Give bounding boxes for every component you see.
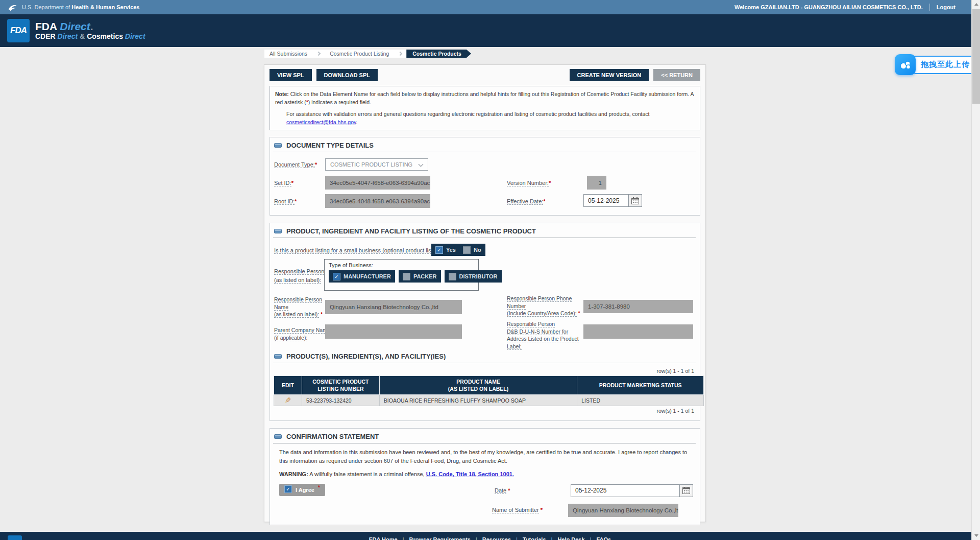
section-title: CONFIRMATION STATEMENT (286, 433, 379, 440)
checkbox-checked-icon: ✓ (284, 485, 292, 493)
breadcrumb-separator (312, 50, 325, 58)
checkbox-unchecked-icon (403, 273, 410, 280)
hhs-eagle-icon (7, 3, 17, 12)
root-id-label[interactable]: Root ID:* (274, 197, 297, 206)
breadcrumb-separator (394, 50, 406, 58)
scroll-down-arrow[interactable] (972, 531, 980, 540)
footer-separator: | (511, 536, 523, 540)
column-header-product-name: PRODUCT NAME(AS LISTED ON LABEL) (379, 376, 577, 395)
main-panel: VIEW SPL DOWNLOAD SPL CREATE NEW VERSION… (264, 64, 706, 522)
collapse-icon[interactable] (274, 434, 282, 439)
divider (273, 152, 696, 152)
collapse-icon[interactable] (274, 354, 282, 359)
logout-link[interactable]: Logout (937, 4, 955, 10)
table-row: ✎ 53-223793-132420 BIOAOUA RICE REFRESHI… (274, 395, 704, 406)
divider (273, 238, 696, 238)
section-document-type-details: DOCUMENT TYPE DETAILS Document Type:* CO… (270, 137, 700, 216)
parent-company-field (325, 324, 462, 339)
chevron-right-icon (398, 52, 402, 56)
footer-link-resources[interactable]: Resources (482, 536, 511, 540)
small-business-yes-button[interactable]: ✓Yes (431, 244, 460, 256)
vertical-scrollbar[interactable] (971, 0, 980, 540)
business-type-distributor[interactable]: DISTRIBUTOR (445, 270, 502, 283)
note-box: Note: Click on the Data Element Name for… (270, 86, 700, 130)
us-code-link[interactable]: U.S. Code, Title 18, Section 1001. (426, 471, 514, 477)
section-title: PRODUCT(S), INGREDIENT(S), AND FACILITY(… (286, 353, 446, 360)
marketing-status-cell: LISTED (577, 395, 704, 406)
footer-separator: | (471, 536, 482, 540)
effective-date-label[interactable]: Effective Date:* (507, 197, 546, 206)
calendar-icon[interactable] (679, 484, 693, 497)
note-text: Note: Click on the Data Element Name for… (275, 90, 695, 107)
footer-link-fda-home[interactable]: FDA Home (369, 536, 398, 540)
checkbox-unchecked-icon (463, 246, 471, 254)
effective-date-input[interactable]: 05-12-2025 (583, 194, 629, 207)
breadcrumb: All Submissions Cosmetic Product Listing… (264, 50, 471, 58)
document-type-dropdown[interactable]: COSMETIC PRODUCT LISTING (325, 158, 428, 171)
app-header: FDA FDA Direct. CDER Direct & Cosmetics … (0, 14, 980, 47)
responsible-person-name-label[interactable]: Responsible Person Name (as listed on la… (274, 296, 323, 318)
collapse-icon[interactable] (274, 143, 282, 148)
breadcrumb-cosmetic-products-active: Cosmetic Products (406, 50, 471, 58)
footer-link-faqs[interactable]: FAQs (596, 536, 611, 540)
checkbox-checked-icon: ✓ (435, 246, 443, 254)
contact-email-link[interactable]: cosmeticsdirect@fda.hhs.gov (286, 119, 356, 125)
type-of-business-label: Type of Business: (329, 262, 474, 268)
responsible-person-phone-label[interactable]: Responsible Person Phone Number (Include… (507, 295, 580, 317)
footer: FDA FDA Home| Browser Requirements| Reso… (0, 532, 980, 540)
column-header-listing-number: COSMETIC PRODUCTLISTING NUMBER (302, 376, 379, 395)
business-type-manufacturer[interactable]: ✓MANUFACTURER (329, 270, 395, 283)
edit-cell: ✎ (274, 395, 302, 406)
chevron-down-icon (419, 162, 424, 167)
small-business-question-label[interactable]: Is this a product listing for a small bu… (274, 246, 447, 255)
create-new-version-button[interactable]: CREATE NEW VERSION (570, 69, 649, 81)
set-id-label[interactable]: Set ID:* (274, 179, 293, 187)
responsible-person-name-field: Qingyuan Hanxiang Biotechnology Co.,ltd (325, 300, 462, 314)
note-assistance: For assistance with validation errors an… (275, 110, 695, 127)
column-header-edit: EDIT (274, 376, 302, 395)
toolbar: VIEW SPL DOWNLOAD SPL CREATE NEW VERSION… (270, 69, 700, 81)
toolbar-spacer (382, 69, 565, 81)
breadcrumb-all-submissions[interactable]: All Submissions (264, 50, 312, 58)
footer-separator: | (546, 536, 558, 540)
brand-subtitle: CDER Direct & Cosmetics Direct (35, 32, 145, 41)
product-name-cell: BIOAOUA RICE REFRESHING FLUFFY SHAMPOO S… (379, 395, 577, 406)
column-header-marketing-status: PRODUCT MARKETING STATUS (577, 376, 704, 395)
confirmation-date-input[interactable]: 05-12-2025 (571, 484, 680, 497)
breadcrumb-cosmetic-product-listing[interactable]: Cosmetic Product Listing (325, 50, 394, 58)
view-spl-button[interactable]: VIEW SPL (270, 69, 312, 81)
brand-title: FDA Direct. (35, 20, 145, 32)
footer-link-browser-requirements[interactable]: Browser Requirements (409, 536, 470, 540)
netdisk-cloud-icon (895, 54, 916, 75)
document-type-label[interactable]: Document Type:* (274, 160, 317, 169)
collapse-icon[interactable] (274, 229, 282, 233)
welcome-text: Welcome GZAILIAN.LTD - GUANGZHOU AILIAN … (734, 4, 923, 10)
hhs-dept-text: U.S. Department of Health & Human Servic… (22, 4, 140, 10)
i-agree-button[interactable]: ✓I Agree* (279, 484, 325, 496)
listing-number-cell: 53-223793-132420 (302, 395, 379, 406)
scrollbar-thumb[interactable] (972, 9, 980, 104)
parent-company-label[interactable]: Parent Company Name (if applicable): (274, 326, 330, 341)
download-spl-button[interactable]: DOWNLOAD SPL (316, 69, 378, 81)
edit-pencil-icon[interactable]: ✎ (285, 396, 291, 404)
footer-link-help-desk[interactable]: Help Desk (557, 536, 584, 540)
date-label[interactable]: Date * (495, 486, 510, 495)
calendar-icon[interactable] (628, 194, 642, 207)
name-of-submitter-label[interactable]: Name of Submitter * (492, 506, 543, 514)
row-count-bottom: row(s) 1 - 1 of 1 (273, 408, 694, 414)
responsible-person-phone-field: 1-307-381-8980 (583, 300, 693, 313)
scroll-up-arrow[interactable] (972, 0, 980, 9)
responsible-person-label[interactable]: Responsible Person (as listed on label): (274, 267, 324, 284)
return-button[interactable]: << RETURN (653, 69, 700, 81)
divider (929, 4, 930, 11)
duns-number-label[interactable]: Responsible Person D&B D-U-N-S Number fo… (507, 320, 579, 350)
version-number-label[interactable]: Version Number:* (507, 179, 551, 187)
small-business-no-button[interactable]: No (459, 244, 485, 256)
set-id-field: 34ec05e5-4047-f658-e063-6394a90ac322 (325, 176, 430, 190)
section-title: DOCUMENT TYPE DETAILS (286, 142, 374, 149)
footer-link-tutorials[interactable]: Tutorials (523, 536, 546, 540)
business-type-packer[interactable]: PACKER (399, 270, 441, 283)
checkbox-checked-icon: ✓ (333, 273, 340, 280)
drag-upload-overlay[interactable]: 拖拽至此上传 (895, 54, 977, 75)
row-count-top: row(s) 1 - 1 of 1 (273, 368, 694, 374)
